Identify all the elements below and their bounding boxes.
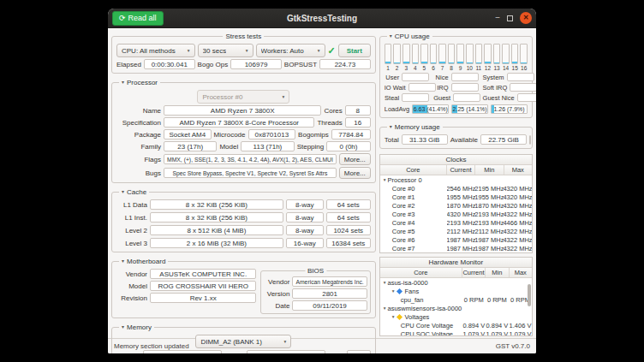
column-header-core[interactable]: Core (380, 165, 447, 175)
cache-size-value[interactable]: 2 x 16 MiB (32 MiB) (150, 238, 283, 248)
cpu-core-number: 1 (385, 65, 392, 71)
cpu-stat-value[interactable] (451, 73, 479, 81)
bogo-ops-value[interactable]: 106979 (230, 59, 282, 69)
bios-date-value[interactable]: 09/11/2019 (292, 300, 367, 311)
column-header-min[interactable]: Min (475, 165, 504, 175)
cpu-stat-value[interactable] (402, 73, 429, 81)
table-row[interactable]: ▾Voltages (380, 312, 532, 321)
close-button[interactable]: ✕ (520, 12, 532, 24)
motherboard-section-expander[interactable]: ▾ Motherboard (119, 258, 168, 265)
tree-expander-icon[interactable]: ▾ (392, 288, 395, 294)
cache-sets-value[interactable]: 64 sets (326, 212, 371, 223)
mb-vendor-value[interactable]: ASUSTeK COMPUTER INC. (150, 269, 256, 279)
table-row[interactable]: cpu_fan0 RPM0 RPM0 RPM (380, 295, 532, 304)
mem-total-value[interactable]: 31.33 GiB (402, 134, 448, 145)
table-row[interactable]: Core #71987 MHz1987 MHz4322 MHz (380, 244, 532, 252)
read-all-button[interactable]: ⟳ Read all (112, 11, 164, 26)
cpu-stat-value[interactable] (453, 93, 480, 102)
cpu-core-fill (467, 62, 473, 63)
cache-size-value[interactable]: 8 x 32 KiB (256 KiB) (150, 199, 283, 210)
table-row[interactable]: ▾asus-isa-0000 (380, 278, 532, 287)
table-row[interactable]: Core #02546 MHz2195 MHz4320 MHz (380, 184, 532, 193)
cache-sets-value[interactable]: 16384 sets (326, 238, 371, 248)
table-row[interactable]: CPU SOC Voltage1.079 V1.079 V1.079 V (380, 329, 532, 335)
table-row[interactable]: Core #11955 MHz1955 MHz4320 MHz (380, 193, 532, 201)
bios-vendor-value[interactable]: American Megatrends Inc. (292, 276, 367, 287)
tree-expander-icon[interactable]: ▾ (392, 314, 395, 319)
table-row[interactable]: Core #42193 MHz2193 MHz4466 MHz (380, 218, 532, 227)
mb-revision-value[interactable]: Rev 1.xx (150, 293, 256, 303)
cpu-spec-value[interactable]: AMD Ryzen 7 3800X 8-Core Processor (164, 117, 314, 128)
tree-expander-icon[interactable]: ▾ (384, 177, 386, 182)
cache-sets-value[interactable]: 1024 sets (326, 225, 371, 235)
cache-ways-value[interactable]: 16-way (286, 238, 324, 248)
dimm-select[interactable]: DIMM_A2 (BANK 1) ▾ (195, 335, 291, 348)
cpu-name-value[interactable]: AMD Ryzen 7 3800X (164, 105, 321, 116)
cpu-stat-value[interactable] (408, 83, 436, 92)
mem-available-value[interactable]: 22.75 GiB (480, 134, 527, 145)
cache-ways-value[interactable]: 8-way (286, 199, 324, 210)
cache-section-expander[interactable]: ▾ Cache (119, 188, 149, 196)
flags-more-button[interactable]: More... (339, 153, 371, 165)
cache-size-value[interactable]: 8 x 32 KiB (256 KiB) (150, 212, 283, 223)
cache-ways-value[interactable]: 8-way (286, 225, 324, 235)
stress-workers-select[interactable]: Workers: Auto ▾ (256, 44, 325, 57)
column-header-current[interactable]: Current (447, 165, 475, 175)
cache-sets-value[interactable]: 64 sets (326, 199, 371, 210)
column-header-max[interactable]: Max (504, 165, 532, 175)
column-header-min[interactable]: Min (486, 268, 509, 277)
table-row[interactable]: CPU Core Voltage0.894 V0.894 V1.406 V (380, 321, 532, 329)
column-header-core[interactable]: Core (380, 268, 462, 277)
cpu-bugs-value[interactable]: Spec Store Bypass, Spectre V1, Spectre V… (164, 168, 337, 178)
mb-model-value[interactable]: ROG CROSSHAIR VII HERO (150, 281, 256, 291)
cpu-usage-section-expander[interactable]: ▾ CPU usage (387, 33, 432, 40)
cpu-package-value[interactable]: Socket AM4 (164, 129, 212, 139)
cpu-bogomips-value[interactable]: 7784.84 (331, 129, 371, 139)
cpu-flags-value[interactable]: MMX, (+), SSE(1, 2, 3, 3S, 4.1, 4.2, 4A)… (164, 154, 337, 164)
cpu-stepping-value[interactable]: 0 (0h) (326, 141, 371, 151)
cpu-stat-value[interactable] (507, 73, 534, 81)
cpu-core-number: 14 (502, 65, 510, 71)
tree-expander-icon[interactable]: ▾ (384, 306, 386, 311)
cpu-stat-value[interactable] (510, 83, 536, 92)
bopsust-value[interactable]: 224.73 (319, 59, 371, 69)
processor-section-expander[interactable]: ▾ Processor (119, 79, 160, 86)
table-row[interactable]: Core #52112 MHz2112 MHz4322 MHz (380, 227, 532, 235)
bios-version-value[interactable]: 2801 (292, 288, 367, 299)
stress-duration-select[interactable]: 30 secs ▾ (198, 44, 253, 57)
table-row[interactable]: ▾asuswmisensors-isa-0000 (380, 304, 532, 312)
cpu-cores-value[interactable]: 8 (345, 105, 371, 116)
mem-rank-value[interactable]: 2 (347, 350, 371, 353)
bugs-more-button[interactable]: More... (339, 167, 371, 179)
cpu-stat-value[interactable] (402, 93, 429, 102)
table-row[interactable]: ▾Processor 0 (380, 175, 532, 184)
table-row[interactable]: ▾Fans (380, 287, 532, 295)
column-header-current[interactable]: Current (462, 268, 486, 277)
table-row[interactable]: Core #34320 MHz2193 MHz4322 MHz (380, 210, 532, 218)
cpu-family-value[interactable]: 23 (17h) (164, 141, 217, 151)
processor-select[interactable]: Processor #0 ▾ (197, 90, 289, 104)
minimize-button[interactable]: − (495, 14, 500, 22)
table-row[interactable]: Core #21870 MHz1870 MHz4320 MHz (380, 201, 532, 210)
cpu-threads-value[interactable]: 16 (345, 117, 371, 128)
tree-expander-icon[interactable]: ▾ (384, 280, 386, 285)
cpu-core-levelbar (438, 44, 446, 64)
mem-size-value[interactable]: 16384 MB (143, 350, 222, 353)
start-button[interactable]: Start (338, 44, 371, 57)
table-row[interactable]: Core #61987 MHz1987 MHz4322 MHz (380, 235, 532, 244)
maximize-button[interactable] (507, 15, 513, 21)
scrollbar-thumb[interactable] (528, 284, 531, 306)
memory-usage-section-expander[interactable]: ▾ Memory usage (387, 123, 443, 131)
cpu-model-value[interactable]: 113 (71h) (241, 141, 294, 151)
mem-speed-value[interactable]: 3266 MT/s (247, 350, 325, 353)
stress-method-select[interactable]: CPU: All methods ▾ (116, 44, 195, 57)
memory-section-expander[interactable]: ▾ Memory (119, 323, 154, 331)
cpu-stat-value[interactable] (517, 93, 536, 102)
headerbar: ⟳ Read all GtkStressTesting − ✕ (108, 9, 536, 28)
cache-size-value[interactable]: 8 x 512 KiB (4 MiB) (150, 225, 283, 235)
cpu-microcode-value[interactable]: 0x8701013 (248, 129, 296, 139)
column-header-max[interactable]: Max (510, 268, 532, 277)
elapsed-value[interactable]: 0:00:30.041 (144, 59, 195, 69)
cache-ways-value[interactable]: 8-way (286, 212, 324, 223)
cpu-stat-value[interactable] (451, 83, 479, 92)
